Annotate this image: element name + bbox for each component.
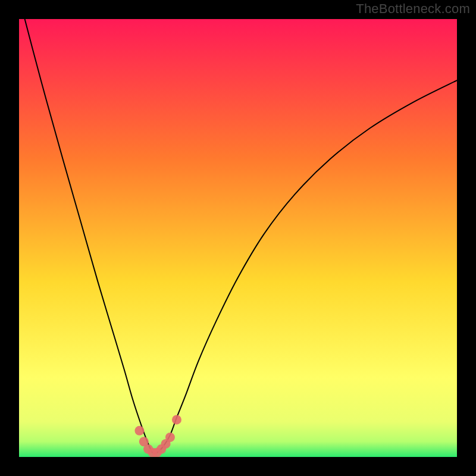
chart-svg <box>19 19 457 457</box>
watermark-label: TheBottleneck.com <box>356 1 470 17</box>
plot-area <box>19 19 457 457</box>
chart-frame: TheBottleneck.com <box>0 0 476 476</box>
highlight-dot <box>172 415 181 424</box>
highlight-dot <box>165 433 175 442</box>
highlight-dot <box>134 426 144 436</box>
